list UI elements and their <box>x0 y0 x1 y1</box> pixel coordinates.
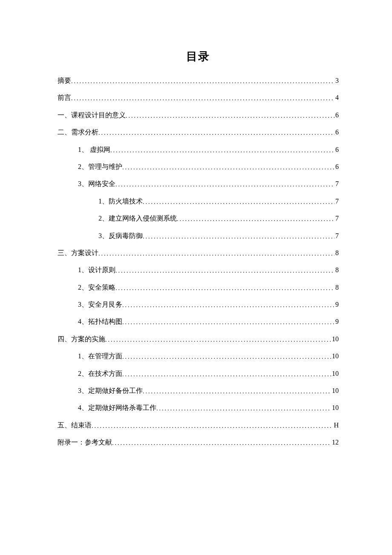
toc-entry-label: 二、需求分析 <box>58 128 98 137</box>
toc-entry: 五、结束语H <box>58 421 339 430</box>
toc-leader-dots <box>122 353 331 361</box>
toc-entry: 3、定期做好备份工作10 <box>58 386 339 395</box>
toc-entry-label: 附录一：参考文献 <box>58 438 112 447</box>
toc-entry-label: 2、建立网络入侵侦测系统 <box>98 214 177 223</box>
toc-entry-label: 三、方案设计 <box>58 248 98 258</box>
toc-title: 目录 <box>58 49 339 64</box>
toc-leader-dots <box>143 198 334 206</box>
toc-entry-page: 6 <box>334 145 339 154</box>
toc-entry-label: 五、结束语 <box>58 421 92 430</box>
toc-entry: 3、反病毒防御7 <box>58 231 339 241</box>
toc-entry-label: 3、网络安全 <box>78 179 115 189</box>
toc-leader-dots <box>105 336 331 344</box>
toc-entry-page: 10 <box>331 334 339 344</box>
toc-entry: 摘要3 <box>58 76 339 85</box>
toc-leader-dots <box>177 215 334 224</box>
toc-entry: 4、拓扑结构图9 <box>58 317 339 326</box>
toc-entry-page: 9 <box>334 300 339 309</box>
toc-entry-page: 10 <box>331 403 339 413</box>
toc-entry-page: 3 <box>334 76 339 85</box>
toc-entry: 1、设计原则8 <box>58 265 339 275</box>
toc-entry: 4、定期做好网络杀毒工作10 <box>58 403 339 413</box>
toc-entry-page: H <box>333 421 339 430</box>
toc-entry: 1、 虚拟网6 <box>58 145 339 154</box>
toc-entry-label: 摘要 <box>58 76 71 85</box>
toc-entry-page: 12 <box>331 438 339 447</box>
toc-entry-page: 7 <box>334 197 339 206</box>
toc-entry: 2、安全策略8 <box>58 283 339 292</box>
toc-entry-page: 8 <box>334 248 339 258</box>
toc-leader-dots <box>126 112 334 120</box>
toc-leader-dots <box>143 387 331 396</box>
toc-entry-page: 7 <box>334 231 339 241</box>
toc-entry-label: 3、定期做好备份工作 <box>78 386 143 395</box>
toc-entry: 二、需求分析6 <box>58 128 339 137</box>
toc-entry: 四、方案的实施 10 <box>58 334 339 344</box>
toc-entry-page: 4 <box>334 93 339 102</box>
toc-entry-page: 7 <box>334 214 339 223</box>
toc-entry-label: 3、反病毒防御 <box>98 231 143 241</box>
toc-leader-dots <box>115 284 334 293</box>
toc-entry: 2、在技术方面10 <box>58 369 339 378</box>
toc-leader-dots <box>115 180 334 189</box>
toc-entry: 一、课程设计目的意义6 <box>58 110 339 120</box>
toc-entry: 1、在管理方面10 <box>58 352 339 361</box>
toc-entry-page: 8 <box>334 283 339 292</box>
toc-leader-dots <box>98 129 334 137</box>
toc-entry-label: 1、设计原则 <box>78 265 115 275</box>
toc-leader-dots <box>115 267 334 275</box>
toc-entry-label: 4、定期做好网络杀毒工作 <box>78 403 156 413</box>
toc-leader-dots <box>92 422 333 430</box>
toc-leader-dots <box>110 146 334 155</box>
toc-leader-dots <box>143 232 334 241</box>
toc-entry-page: 7 <box>334 179 339 189</box>
toc-leader-dots <box>71 94 334 103</box>
toc-entry: 2、管理与维护6 <box>58 162 339 171</box>
toc-entry-label: 3、安全月艮务 <box>78 300 122 309</box>
toc-entry-page: 9 <box>334 317 339 326</box>
toc-entry-page: 10 <box>331 369 339 378</box>
toc-entry-page: 6 <box>334 162 339 171</box>
toc-leader-dots <box>122 318 334 327</box>
toc-leader-dots <box>71 77 334 86</box>
toc-entry-label: 4、拓扑结构图 <box>78 317 122 326</box>
toc-leader-dots <box>98 250 334 258</box>
toc-entry-page: 10 <box>331 386 339 395</box>
toc-entry-label: 前言 <box>58 93 71 102</box>
toc-entry-page: 8 <box>334 265 339 275</box>
toc-entry-page: 10 <box>331 352 339 361</box>
toc-entry: 三、方案设计8 <box>58 248 339 258</box>
toc-entry-label: 2、安全策略 <box>78 283 115 292</box>
toc-entry: 1、防火墙技术7 <box>58 197 339 206</box>
toc-entry: 前言4 <box>58 93 339 102</box>
toc-leader-dots <box>122 301 334 310</box>
toc-entry-label: 1、在管理方面 <box>78 352 122 361</box>
toc-entry-page: 6 <box>334 110 339 120</box>
toc-entry: 3、安全月艮务9 <box>58 300 339 309</box>
toc-entry-label: 2、管理与维护 <box>78 162 122 171</box>
toc-entry-label: 四、方案的实施 <box>58 334 105 344</box>
document-page: 目录 摘要3前言4一、课程设计目的意义6二、需求分析61、 虚拟网62、管理与维… <box>0 0 392 447</box>
toc-leader-dots <box>122 163 334 172</box>
toc-leader-dots <box>156 404 331 413</box>
toc-leader-dots <box>112 439 331 447</box>
toc-entry-label: 1、防火墙技术 <box>98 197 143 206</box>
toc-entry: 2、建立网络入侵侦测系统7 <box>58 214 339 223</box>
toc-entry-label: 2、在技术方面 <box>78 369 122 378</box>
toc-entry: 3、网络安全7 <box>58 179 339 189</box>
toc-entry: 附录一：参考文献 12 <box>58 438 339 447</box>
toc-list: 摘要3前言4一、课程设计目的意义6二、需求分析61、 虚拟网62、管理与维护63… <box>58 76 339 447</box>
toc-leader-dots <box>122 370 331 379</box>
toc-entry-label: 一、课程设计目的意义 <box>58 110 126 120</box>
toc-entry-page: 6 <box>334 128 339 137</box>
toc-entry-label: 1、 虚拟网 <box>78 145 110 154</box>
